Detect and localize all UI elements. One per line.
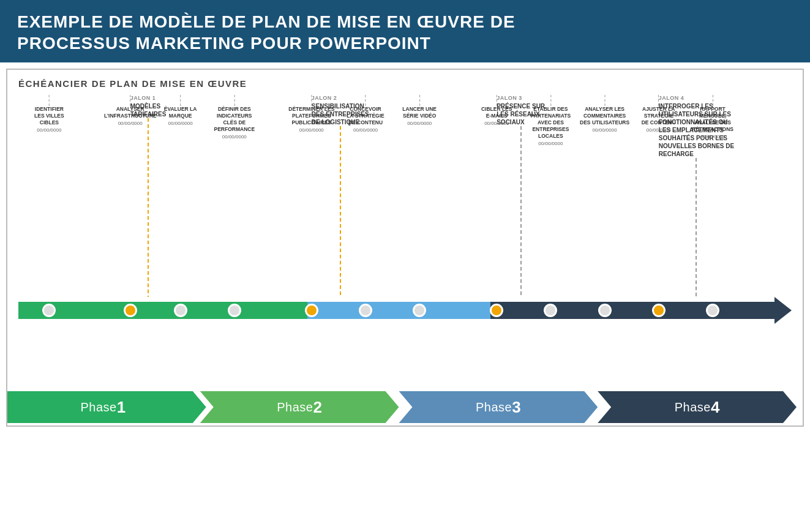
timeline-dot — [544, 304, 557, 317]
below-item: CIBLER LES E-MAILS00/00/0000 — [481, 95, 512, 126]
below-line — [180, 95, 181, 106]
below-text: ANALYSER L'INFRASTRUCTURE — [104, 106, 157, 119]
below-date: 00/00/0000 — [538, 141, 563, 146]
below-item: LANCER UNE SÉRIE VIDÉO00/00/0000 — [402, 95, 437, 126]
timeline-dot — [706, 304, 719, 317]
header: EXEMPLE DE MODÈLE DE PLAN DE MISE EN ŒUV… — [0, 0, 810, 62]
below-item: IDENTIFIER LES VILLES CIBLES00/00/0000 — [34, 95, 64, 133]
below-text: IDENTIFIER LES VILLES CIBLES — [34, 106, 64, 126]
below-date: 00/00/0000 — [407, 121, 432, 126]
below-text: RAPPORT MENSUEL, ANALYSE DES RÉTROACTION… — [692, 106, 733, 133]
timeline-dot — [413, 304, 426, 317]
below-date: 00/00/0000 — [484, 121, 509, 126]
main-content: ÉCHÉANCIER DE PLAN DE MISE EN ŒUVRE JALO… — [6, 69, 804, 427]
below-text: ÉTABLIR DES PARTENARIATS AVEC DES ENTREP… — [531, 106, 571, 140]
milestone-line — [696, 158, 697, 297]
phase-number: 3 — [512, 398, 520, 417]
below-line — [311, 95, 312, 106]
phase-label: Phase — [675, 400, 711, 414]
timeline-dot — [228, 304, 241, 317]
phase-arrow-1: Phase 1 — [7, 391, 206, 423]
timeline-dot — [42, 304, 56, 317]
phases-row: Phase 1Phase 2Phase 3Phase 4 — [7, 389, 803, 425]
phase-number: 4 — [711, 398, 719, 417]
below-text: DÉTERMINER LES PLATEFORMES PUBLICITAIRES — [288, 106, 334, 126]
track-arrow — [774, 297, 792, 324]
phase-number: 2 — [313, 398, 322, 417]
milestone-line — [340, 126, 341, 297]
below-date: 00/00/0000 — [299, 127, 324, 133]
phase-label: Phase — [277, 400, 313, 414]
below-line — [49, 95, 50, 106]
below-item: RAPPORT MENSUEL, ANALYSE DES RÉTROACTION… — [692, 95, 733, 140]
timeline-dot — [490, 304, 503, 317]
phase-label: Phase — [81, 400, 117, 414]
timeline-dot — [652, 304, 666, 317]
below-item: DÉFINIR DES INDICATEURS CLÉS DE PERFORMA… — [214, 95, 255, 140]
below-line — [658, 95, 659, 106]
below-item: DÉTERMINER LES PLATEFORMES PUBLICITAIRES… — [288, 95, 334, 133]
below-item: ÉVALUER LA MARQUE00/00/0000 — [164, 95, 197, 126]
below-item: ANALYSER LES COMMENTAIRES DES UTILISATEU… — [580, 95, 629, 133]
below-line — [419, 95, 420, 106]
below-text: DÉFINIR DES INDICATEURS CLÉS DE PERFORMA… — [214, 106, 255, 133]
below-line — [713, 95, 713, 106]
below-text: CIBLER LES E-MAILS — [481, 106, 512, 119]
milestone-line — [148, 118, 149, 297]
section-title: ÉCHÉANCIER DE PLAN DE MISE EN ŒUVRE — [18, 78, 792, 89]
below-date: 00/00/0000 — [700, 134, 725, 140]
timeline-area: JALON 1MODÈLES TARIFAIRESJALON 2SENSIBIL… — [18, 95, 792, 419]
below-line — [130, 95, 130, 106]
below-text: ANALYSER LES COMMENTAIRES DES UTILISATEU… — [580, 106, 629, 126]
timeline-dot — [124, 304, 137, 317]
below-date: 00/00/0000 — [222, 134, 247, 140]
below-line — [365, 95, 366, 106]
below-date: 00/00/0000 — [593, 127, 617, 133]
below-line — [497, 95, 497, 106]
below-date: 00/00/0000 — [37, 127, 61, 133]
below-line — [234, 95, 234, 106]
timeline-dot — [305, 304, 318, 317]
below-item: AJUSTER LA STRATÉGIE DE CONTENU00/00/000… — [642, 95, 676, 133]
phase-arrow-3: Phase 3 — [405, 391, 604, 423]
milestone-line — [520, 126, 522, 297]
phase-number: 1 — [117, 398, 126, 417]
below-line — [550, 95, 551, 106]
below-item: ANALYSER L'INFRASTRUCTURE00/00/0000 — [104, 95, 157, 126]
below-item: CONCEVOIR LA STRATÉGIE DE CONTENU00/00/0… — [347, 95, 384, 133]
phase-arrow-4: Phase 4 — [604, 391, 803, 423]
phase-arrow-2: Phase 2 — [206, 391, 405, 423]
timeline-dot — [359, 304, 372, 317]
below-text: AJUSTER LA STRATÉGIE DE CONTENU — [642, 106, 676, 126]
below-date: 00/00/0000 — [168, 121, 193, 126]
below-date: 00/00/0000 — [118, 121, 143, 126]
below-text: LANCER UNE SÉRIE VIDÉO — [402, 106, 437, 119]
phase-label: Phase — [476, 400, 512, 414]
below-date: 00/00/0000 — [647, 127, 671, 133]
timeline-dot — [598, 304, 612, 317]
timeline-dot — [174, 304, 187, 317]
below-text: CONCEVOIR LA STRATÉGIE DE CONTENU — [347, 106, 384, 126]
below-item: ÉTABLIR DES PARTENARIATS AVEC DES ENTREP… — [531, 95, 571, 146]
below-line — [604, 95, 605, 106]
header-title: EXEMPLE DE MODÈLE DE PLAN DE MISE EN ŒUV… — [17, 11, 793, 54]
below-date: 00/00/0000 — [353, 127, 378, 133]
below-text: ÉVALUER LA MARQUE — [164, 106, 197, 119]
